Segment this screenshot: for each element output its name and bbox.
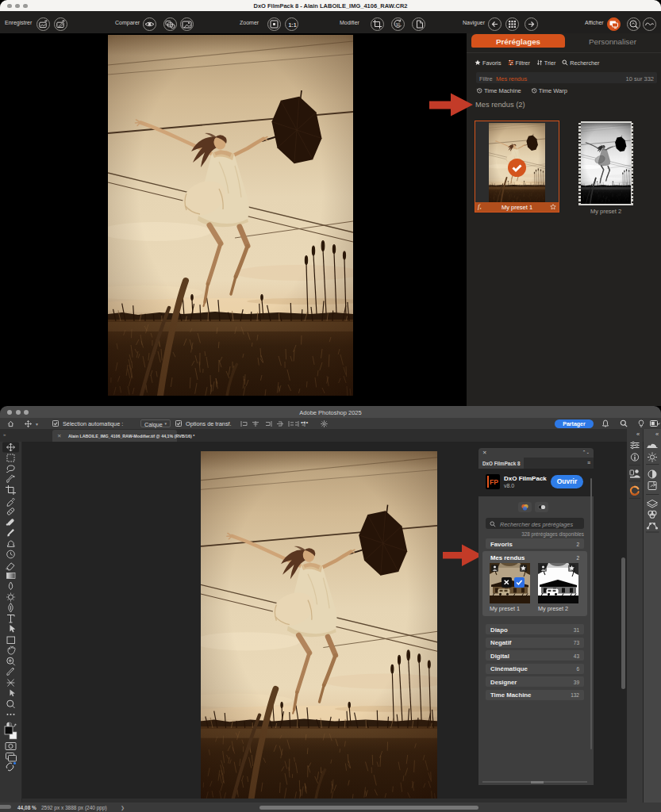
svg-text:«: « (655, 431, 658, 438)
svg-text:1:1: 1:1 (288, 22, 296, 28)
svg-text:«: « (636, 431, 640, 438)
svg-text:90: 90 (396, 23, 401, 27)
